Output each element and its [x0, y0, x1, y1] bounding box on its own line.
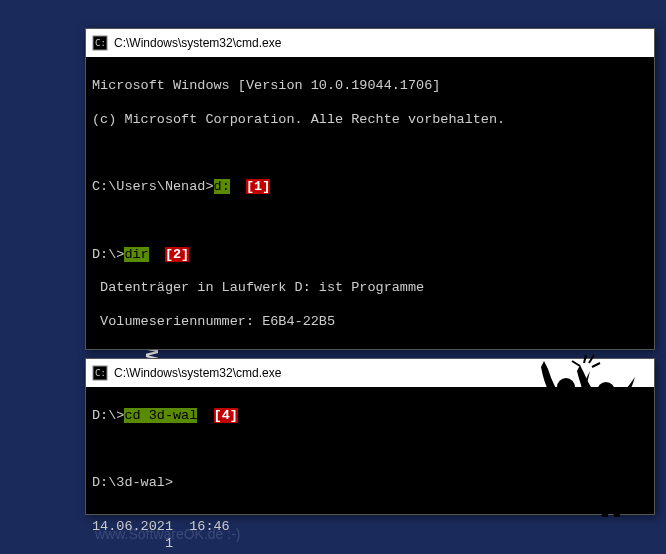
cmd-window-top: C: C:\Windows\system32\cmd.exe Microsoft… — [85, 28, 655, 350]
volume-line: Datenträger in Laufwerk D: ist Programme — [92, 280, 648, 297]
badge-1: [1] — [246, 179, 270, 194]
prompt-line-1: C:\Users\Nenad>d: [1] — [92, 179, 648, 196]
svg-point-4 — [557, 378, 575, 396]
silhouette-figures — [536, 349, 641, 519]
copyright-line: (c) Microsoft Corporation. Alle Rechte v… — [92, 112, 648, 129]
prompt2-path: D:\> — [92, 247, 124, 262]
title-text-bottom: C:\Windows\system32\cmd.exe — [114, 366, 281, 380]
title-text-top: C:\Windows\system32\cmd.exe — [114, 36, 281, 50]
prompt3-path: D:\> — [92, 408, 124, 423]
prompt1-cmd: d: — [214, 179, 230, 194]
prompt3-cmd: cd 3d-wal — [124, 408, 197, 423]
serial-line: Volumeseriennummer: E6B4-22B5 — [92, 314, 648, 331]
cmd-icon: C: — [92, 35, 108, 51]
prompt2-cmd: dir — [124, 247, 148, 262]
badge-4: [4] — [214, 408, 238, 423]
prompt1-path: C:\Users\Nenad> — [92, 179, 214, 194]
badge-2: [2] — [165, 247, 189, 262]
prompt-line-2: D:\>dir [2] — [92, 247, 648, 264]
svg-text:C:: C: — [95, 368, 106, 378]
titlebar-top[interactable]: C: C:\Windows\system32\cmd.exe — [86, 29, 654, 57]
svg-point-5 — [597, 382, 615, 400]
prompt4-path: D:\3d-wal> — [92, 475, 173, 490]
version-line: Microsoft Windows [Version 10.0.19044.17… — [92, 78, 648, 95]
cmd-icon: C: — [92, 365, 108, 381]
svg-text:C:: C: — [95, 38, 106, 48]
